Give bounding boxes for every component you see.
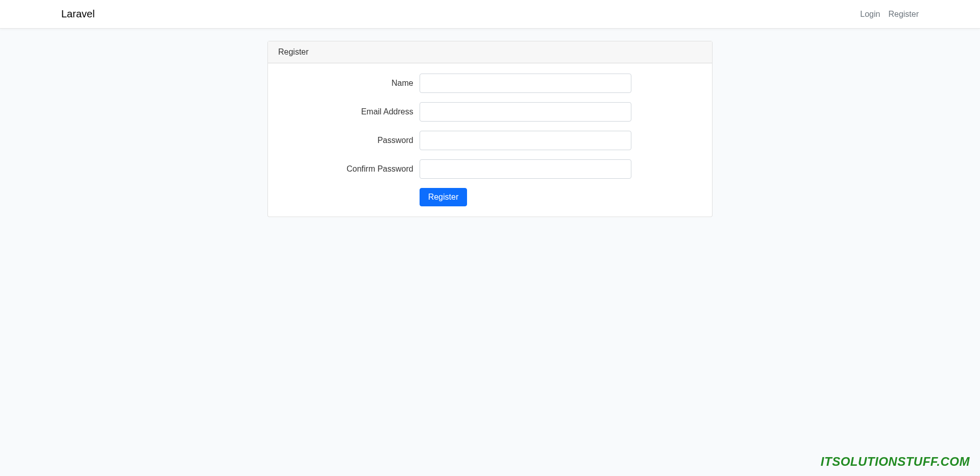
password-field[interactable] — [420, 131, 631, 150]
confirm-password-field[interactable] — [420, 159, 631, 179]
input-wrapper-name — [420, 74, 631, 93]
navbar: Laravel Login Register — [0, 0, 980, 29]
form-submit-row: Register — [278, 188, 702, 206]
col: Register Name Email Address — [267, 41, 713, 217]
form-group-email: Email Address — [278, 102, 702, 122]
nav-link-register[interactable]: Register — [888, 10, 919, 19]
register-card: Register Name Email Address — [267, 41, 713, 217]
label-email: Email Address — [278, 107, 420, 116]
form-submit-offset — [278, 188, 420, 206]
row: Register Name Email Address — [154, 41, 826, 217]
input-wrapper-email — [420, 102, 631, 122]
card-header: Register — [268, 41, 712, 63]
register-form: Name Email Address Passwor — [278, 74, 702, 206]
form-group-confirm-password: Confirm Password — [278, 159, 702, 179]
form-group-password: Password — [278, 131, 702, 150]
main-container: Register Name Email Address — [148, 29, 832, 217]
label-confirm-password: Confirm Password — [278, 164, 420, 174]
watermark: ITSOLUTIONSTUFF.COM — [821, 455, 970, 469]
card-body: Name Email Address Passwor — [268, 63, 712, 217]
navbar-brand[interactable]: Laravel — [61, 8, 95, 20]
label-password: Password — [278, 136, 420, 145]
form-group-name: Name — [278, 74, 702, 93]
register-button[interactable]: Register — [420, 188, 468, 206]
name-field[interactable] — [420, 74, 631, 93]
nav-link-login[interactable]: Login — [860, 10, 880, 19]
submit-wrapper: Register — [420, 188, 468, 206]
email-field[interactable] — [420, 102, 631, 122]
input-wrapper-confirm-password — [420, 159, 631, 179]
navbar-nav: Login Register — [860, 10, 919, 19]
input-wrapper-password — [420, 131, 631, 150]
label-name: Name — [278, 79, 420, 88]
